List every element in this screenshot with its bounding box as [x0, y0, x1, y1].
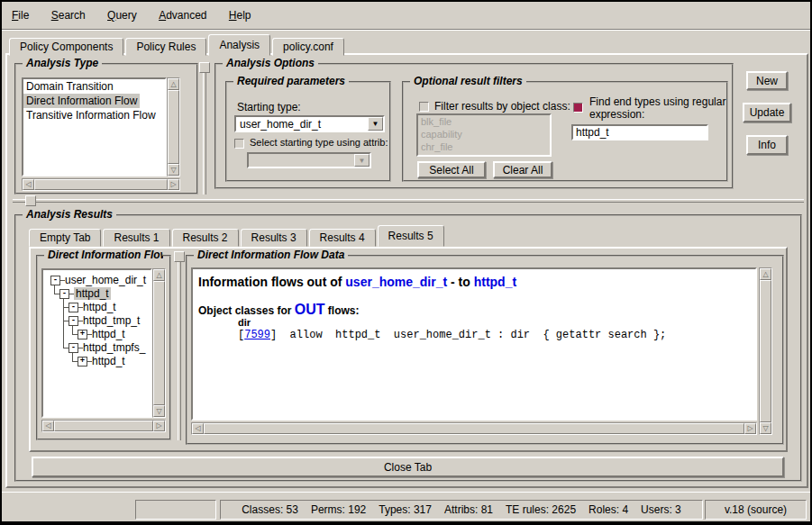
scroll-left-icon[interactable]: ◁ [23, 179, 34, 190]
regex-checkbox-checked[interactable] [573, 103, 583, 113]
clear-all-button[interactable]: Clear All [493, 161, 552, 178]
flow-data-text[interactable]: Information flows out of user_home_dir_t… [191, 267, 757, 421]
tree-node-label[interactable]: httpd_tmp_t [83, 314, 140, 327]
results-sash-vertical [178, 255, 181, 440]
scroll-down-icon[interactable]: ▽ [168, 164, 179, 176]
status-version-cell: v.18 (source) [705, 500, 807, 520]
menu-help[interactable]: Help [224, 7, 256, 23]
tab-policy-components[interactable]: Policy Components [9, 38, 123, 56]
tab-results-1[interactable]: Results 1 [103, 229, 169, 247]
stat-types: Types: 317 [379, 503, 432, 516]
dropdown-arrow-icon[interactable]: ▼ [368, 117, 383, 131]
pane-sash-vertical [203, 73, 206, 195]
analysis-type-frame: Analysis Type Domain Transition Direct I… [14, 63, 198, 195]
tree-expand-icon[interactable]: + [78, 357, 87, 367]
tree-node-label-selected[interactable]: httpd_t [74, 287, 111, 300]
tree-expand-icon[interactable]: + [78, 330, 87, 339]
stat-te-rules: TE rules: 2625 [506, 503, 576, 516]
scroll-up-icon[interactable]: △ [760, 268, 771, 280]
tree-node-label[interactable]: user_home_dir_t [65, 274, 146, 286]
optional-filters-frame: Optional result filters Filter results b… [402, 81, 728, 182]
filter-by-class-label: Filter results by object class: [434, 100, 570, 113]
results-tab-bar: Empty Tab Results 1 Results 2 Results 3 … [29, 223, 446, 247]
result-heading: Information flows out of user_home_dir_t… [198, 275, 516, 289]
main-tab-bar: Policy Components Policy Rules Analysis … [9, 32, 346, 56]
scroll-right-icon[interactable]: ▷ [168, 179, 179, 190]
tree-node-label[interactable]: httpd_tmpfs_ [83, 341, 145, 354]
stat-perms: Perms: 192 [311, 503, 366, 516]
tree-collapse-icon[interactable]: - [68, 303, 78, 312]
tree-collapse-icon[interactable]: - [50, 276, 60, 285]
pane-sash-handle[interactable] [199, 62, 210, 73]
flow-tree-frame: Direct Information Flow T [36, 255, 171, 440]
tab-empty[interactable]: Empty Tab [29, 229, 101, 247]
starting-type-label: Starting type: [237, 101, 301, 113]
tab-results-4[interactable]: Results 4 [309, 229, 376, 247]
menu-file[interactable]: File [7, 7, 33, 23]
scroll-up-icon[interactable]: △ [153, 269, 165, 281]
starting-type-combobox[interactable]: user_home_dir_t ▼ [234, 115, 385, 132]
scroll-down-icon[interactable]: ▽ [153, 405, 165, 417]
tree-collapse-icon[interactable]: - [59, 289, 69, 299]
flow-tree-title: Direct Information Flow T [44, 249, 163, 261]
regex-checkbox-label: Find end types using regularexpression: [589, 95, 725, 121]
filter-by-class-checkbox[interactable] [419, 102, 429, 112]
tab-policy-conf[interactable]: policy.conf [272, 38, 344, 56]
scroll-left-icon[interactable]: ◁ [192, 423, 204, 434]
analysis-results-frame: Analysis Results Empty Tab Results 1 Res… [14, 214, 802, 482]
tree-node-label[interactable]: httpd_t [92, 328, 125, 340]
required-parameters-title: Required parameters [233, 75, 349, 87]
list-item: capability [418, 128, 550, 140]
scroll-up-icon[interactable]: △ [168, 78, 179, 90]
scrollbar-thumb[interactable] [204, 423, 744, 434]
tree-connector [72, 353, 73, 361]
list-item[interactable]: Transitive Information Flow [23, 108, 165, 122]
list-item-selected[interactable]: Direct Information Flow [23, 94, 140, 108]
scroll-right-icon[interactable]: ▷ [153, 421, 165, 431]
attrib-checkbox[interactable] [234, 139, 244, 149]
scroll-right-icon[interactable]: ▷ [744, 423, 756, 434]
menu-separator [2, 29, 810, 31]
data-vscrollbar: △ ▽ [759, 267, 772, 435]
data-hscrollbar: ◁ ▷ [191, 422, 757, 435]
tree-collapse-icon[interactable]: - [68, 343, 78, 353]
scrollbar-thumb[interactable] [760, 280, 771, 422]
pane-sash-handle[interactable] [25, 195, 36, 206]
scrollbar-thumb[interactable] [153, 281, 165, 405]
tab-analysis[interactable]: Analysis [208, 34, 270, 56]
menu-search[interactable]: Search [47, 7, 90, 23]
info-button[interactable]: Info [746, 135, 788, 155]
tree-node-label[interactable]: httpd_t [92, 355, 125, 367]
stat-roles: Roles: 4 [588, 503, 628, 516]
menu-query[interactable]: Query [103, 7, 141, 23]
tree-node-label[interactable]: httpd_t [83, 301, 116, 313]
tab-results-3[interactable]: Results 3 [241, 229, 307, 247]
status-bar: Classes: 53 Perms: 192 Types: 317 Attrib… [2, 492, 810, 521]
flow-tree: - user_home_dir_t - httpd_t - httpd_t - … [41, 268, 152, 418]
list-item[interactable]: Domain Transition [23, 79, 165, 94]
analysis-type-title: Analysis Type [23, 57, 102, 69]
stat-classes: Classes: 53 [242, 503, 298, 516]
regex-input[interactable] [571, 124, 708, 140]
scroll-left-icon[interactable]: ◁ [42, 421, 54, 431]
scrollbar-thumb[interactable] [54, 421, 153, 431]
tree-connector [72, 326, 73, 334]
starting-type-value: user_home_dir_t [236, 117, 368, 131]
new-button[interactable]: New [746, 71, 788, 90]
update-button[interactable]: Update [743, 103, 791, 122]
scroll-down-icon[interactable]: ▽ [760, 422, 771, 434]
tab-results-5[interactable]: Results 5 [378, 225, 444, 247]
tab-policy-rules[interactable]: Policy Rules [125, 38, 206, 56]
tree-collapse-icon[interactable]: - [68, 316, 78, 326]
results-sash-handle[interactable] [174, 251, 185, 262]
close-tab-button[interactable]: Close Tab [32, 457, 784, 477]
list-item: chr_file [418, 140, 550, 153]
scrollbar-thumb[interactable] [168, 90, 179, 164]
status-stats-cell: Classes: 53 Perms: 192 Types: 317 Attrib… [220, 500, 703, 520]
select-all-button[interactable]: Select All [417, 161, 486, 178]
scrollbar-thumb[interactable] [34, 179, 168, 190]
target-type: httpd_t [474, 275, 516, 289]
tab-results-2[interactable]: Results 2 [172, 229, 239, 247]
rule-number-link[interactable]: 7599 [244, 329, 270, 341]
menu-advanced[interactable]: Advanced [154, 7, 211, 23]
